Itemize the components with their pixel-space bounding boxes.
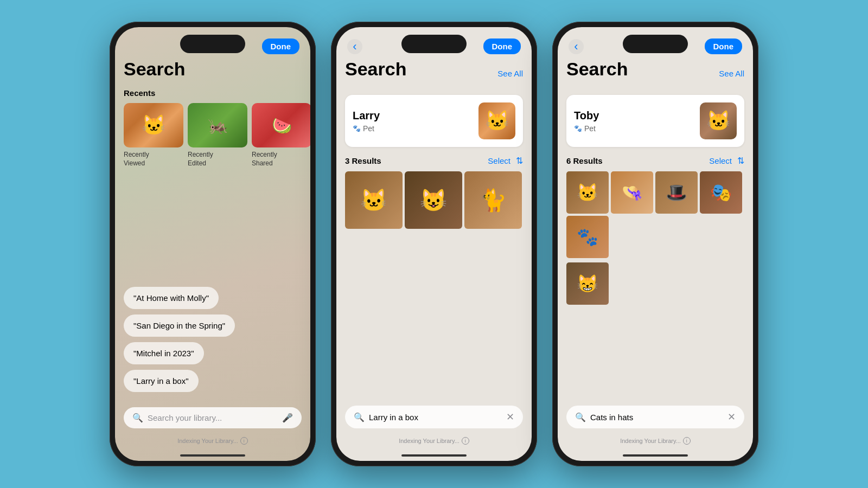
search-bar-1[interactable]: 🔍 Search your library... 🎤 [124, 407, 302, 428]
suggestion-4[interactable]: "Larry in a box" [124, 370, 199, 392]
search-bar-2[interactable]: 🔍 Larry in a box ✕ [345, 406, 523, 428]
back-button-2[interactable]: ‹ [347, 39, 362, 54]
see-all-button-2[interactable]: See All [497, 69, 523, 78]
search-placeholder-1: Search your library... [148, 413, 278, 422]
see-all-button-3[interactable]: See All [719, 69, 744, 78]
home-indicator-2 [401, 454, 467, 457]
done-button-1[interactable]: Done [262, 38, 300, 54]
select-button-3[interactable]: Select [709, 156, 732, 165]
mic-icon-1[interactable]: 🎤 [282, 413, 293, 423]
person-thumb-larry: 🐱 [478, 102, 515, 139]
photo-cell-2-2[interactable]: 😺 [405, 171, 462, 229]
person-name-larry: Larry [353, 110, 380, 122]
done-button-2[interactable]: Done [483, 38, 521, 54]
person-type-larry: 🐾 Pet [353, 124, 380, 133]
photo-cell-2-1[interactable]: 🐱 [345, 171, 403, 229]
info-icon-2[interactable]: i [462, 437, 469, 445]
photo-cell-2-3[interactable]: 🐈 [464, 171, 522, 229]
indexing-bar-3: Indexing Your Library... i [558, 437, 753, 445]
results-header-3: 6 Results Select ⇅ [566, 156, 744, 166]
indexing-bar-1: Indexing Your Library... i [115, 437, 310, 445]
person-card-larry[interactable]: Larry 🐾 Pet 🐱 [345, 95, 523, 147]
clear-icon-3[interactable]: ✕ [727, 411, 736, 423]
done-button-3[interactable]: Done [705, 38, 743, 54]
person-photo-larry: 🐱 [478, 102, 515, 139]
recent-label-edited: RecentlyEdited [188, 151, 247, 168]
recent-thumb-viewed [124, 103, 183, 147]
search-icon-2: 🔍 [354, 412, 365, 422]
person-thumb-toby: 🐱 [700, 102, 737, 139]
results-header-2: 3 Results Select ⇅ [345, 156, 523, 166]
select-button-2[interactable]: Select [488, 156, 510, 165]
phone-3: ‹ Done Search See All Toby 🐾 Pet 🐱 [552, 22, 758, 466]
sort-icon-2[interactable]: ⇅ [516, 156, 523, 166]
photo-cell-3-1[interactable]: 🐱 [566, 171, 609, 214]
phone-2: ‹ Done Search See All Larry 🐾 Pet 🐱 [331, 22, 537, 466]
recents-grid: RecentlyViewed RecentlyEdited RecentlySh… [124, 103, 302, 168]
screen-content-1: Search Recents RecentlyViewed RecentlyEd… [115, 59, 310, 461]
search-icon-1: 🔍 [132, 413, 143, 423]
suggestion-3[interactable]: "Mitchel in 2023" [124, 342, 204, 364]
paw-icon-larry: 🐾 [353, 125, 361, 132]
recent-label-shared: RecentlyShared [252, 151, 310, 168]
phone-3-screen: ‹ Done Search See All Toby 🐾 Pet 🐱 [558, 27, 753, 461]
home-indicator-3 [623, 454, 688, 457]
recent-thumb-edited [188, 103, 247, 147]
photo-cell-3-6[interactable]: 😸 [566, 262, 609, 305]
phone-1: Done Search Recents RecentlyViewed Recen… [110, 22, 316, 466]
photo-cell-3-4[interactable]: 🎭 [700, 171, 742, 214]
results-count-3: 6 Results [566, 156, 603, 165]
photo-cell-3-5[interactable]: 🐾 [566, 216, 609, 258]
back-button-3[interactable]: ‹ [569, 39, 584, 54]
search-title-2: Search [345, 59, 406, 80]
person-info-larry: Larry 🐾 Pet [353, 110, 380, 133]
indexing-bar-2: Indexing Your Library... i [336, 437, 532, 445]
recent-item-viewed[interactable]: RecentlyViewed [124, 103, 183, 168]
clear-icon-2[interactable]: ✕ [506, 411, 514, 423]
home-indicator-1 [180, 454, 245, 457]
recents-label: Recents [124, 88, 302, 98]
dynamic-island-3 [623, 35, 688, 53]
phone-1-screen: Done Search Recents RecentlyViewed Recen… [115, 27, 310, 461]
screen-content-3: Search See All Toby 🐾 Pet 🐱 6 Results [558, 59, 753, 461]
recent-item-shared[interactable]: RecentlyShared [252, 103, 310, 168]
dynamic-island-2 [401, 35, 467, 53]
person-photo-toby: 🐱 [700, 102, 737, 139]
recent-item-edited[interactable]: RecentlyEdited [188, 103, 247, 168]
search-icon-3: 🔍 [575, 412, 586, 422]
phone-2-screen: ‹ Done Search See All Larry 🐾 Pet 🐱 [336, 27, 532, 461]
dynamic-island-1 [180, 35, 245, 53]
recent-label-viewed: RecentlyViewed [124, 151, 183, 168]
suggestion-1[interactable]: "At Home with Molly" [124, 287, 219, 309]
photo-cell-3-2[interactable]: 👒 [611, 171, 653, 214]
search-value-3: Cats in hats [590, 413, 723, 422]
search-bar-3[interactable]: 🔍 Cats in hats ✕ [566, 406, 744, 428]
results-actions-3: Select ⇅ [709, 156, 744, 166]
recent-thumb-shared [252, 103, 310, 147]
paw-icon-toby: 🐾 [574, 125, 582, 132]
info-icon-1[interactable]: i [240, 437, 248, 445]
results-actions-2: Select ⇅ [488, 156, 523, 166]
search-title-3: Search [566, 59, 628, 80]
photo-cell-3-3[interactable]: 🎩 [655, 171, 698, 214]
photo-grid-3: 🐱 👒 🎩 🎭 🐾 😸 [566, 171, 744, 306]
person-name-toby: Toby [574, 110, 599, 122]
sort-icon-3[interactable]: ⇅ [737, 156, 744, 166]
suggestion-2[interactable]: "San Diego in the Spring" [124, 314, 235, 337]
person-info-toby: Toby 🐾 Pet [574, 110, 599, 133]
search-title-1: Search [124, 59, 302, 80]
screen-content-2: Search See All Larry 🐾 Pet 🐱 3 Results [336, 59, 532, 461]
search-value-2: Larry in a box [369, 413, 502, 422]
photo-grid-2: 🐱 😺 🐈 [345, 171, 523, 229]
suggestions-list: "At Home with Molly" "San Diego in the S… [124, 287, 302, 392]
results-count-2: 3 Results [345, 156, 381, 165]
info-icon-3[interactable]: i [683, 437, 691, 445]
person-card-toby[interactable]: Toby 🐾 Pet 🐱 [566, 95, 744, 147]
person-type-toby: 🐾 Pet [574, 124, 599, 133]
